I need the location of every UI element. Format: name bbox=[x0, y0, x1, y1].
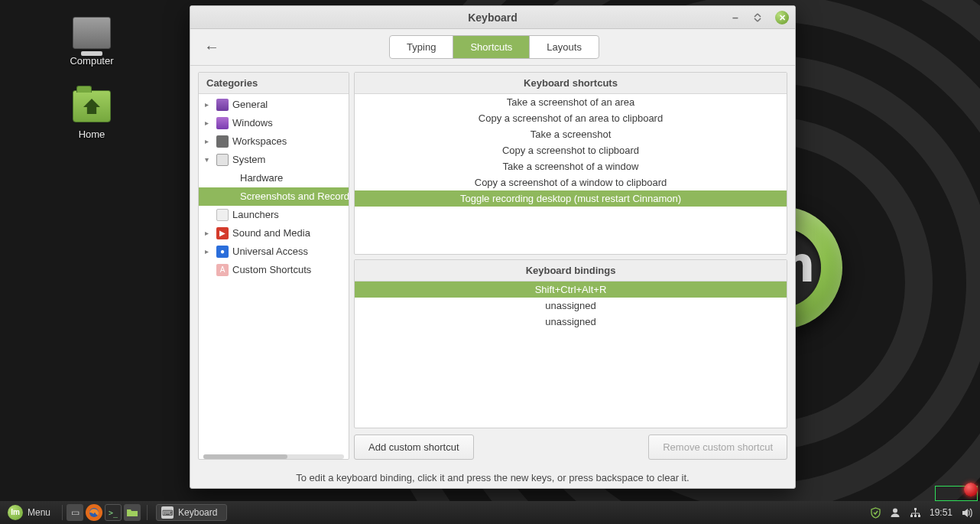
svg-point-6 bbox=[893, 508, 897, 513]
chevron-right-icon: ▸ bbox=[205, 135, 213, 148]
horizontal-scrollbar[interactable] bbox=[203, 454, 344, 459]
bindings-list[interactable]: Shift+Ctrl+Alt+R unassigned unassigned bbox=[355, 282, 787, 428]
desktop-icon-label: Computer bbox=[46, 55, 138, 67]
category-workspaces[interactable]: ▸ Workspaces bbox=[199, 132, 349, 151]
network-icon[interactable] bbox=[910, 507, 921, 519]
show-desktop-button[interactable]: ▭ bbox=[67, 504, 83, 521]
binding-row[interactable]: unassigned bbox=[355, 298, 787, 314]
user-icon[interactable] bbox=[890, 507, 901, 519]
window-titlebar[interactable]: Keyboard – ✕ bbox=[190, 6, 795, 29]
taskbar: lm Menu ▭ >_ ⌨ Keyboard 19:51 bbox=[0, 501, 980, 524]
category-label: System bbox=[232, 153, 265, 167]
tab-typing[interactable]: Typing bbox=[390, 36, 453, 58]
chevron-right-icon: ▸ bbox=[205, 245, 213, 259]
add-custom-shortcut-button[interactable]: Add custom shortcut bbox=[354, 434, 474, 460]
categories-list[interactable]: ▸ General ▸ Windows ▸ Workspaces ▾ bbox=[199, 94, 349, 454]
shortcut-row[interactable]: Toggle recording desktop (must restart C… bbox=[355, 190, 787, 207]
category-label: Hardware bbox=[240, 171, 283, 185]
svg-rect-8 bbox=[910, 515, 913, 517]
files-launcher[interactable] bbox=[124, 504, 141, 521]
tab-layouts[interactable]: Layouts bbox=[530, 36, 599, 58]
shortcut-row[interactable]: Copy a screenshot of a window to clipboa… bbox=[355, 174, 787, 190]
category-label: Launchers bbox=[232, 208, 279, 222]
bindings-header: Keyboard bindings bbox=[355, 260, 787, 282]
categories-header: Categories bbox=[199, 73, 349, 94]
category-label: Universal Access bbox=[232, 245, 308, 259]
category-icon: ● bbox=[216, 246, 229, 258]
desktop-icon-home[interactable]: Home bbox=[46, 90, 138, 140]
remove-custom-shortcut-button[interactable]: Remove custom shortcut bbox=[648, 434, 787, 460]
volume-icon[interactable] bbox=[961, 507, 972, 519]
binding-row[interactable]: unassigned bbox=[355, 314, 787, 330]
binding-row[interactable]: Shift+Ctrl+Alt+R bbox=[355, 282, 787, 298]
system-tray: 19:51 bbox=[870, 507, 975, 519]
category-label: Windows bbox=[232, 116, 273, 130]
category-icon bbox=[216, 209, 229, 221]
keyboard-icon: ⌨ bbox=[161, 506, 174, 519]
category-screenshots-recording[interactable]: Screenshots and Recording bbox=[199, 187, 349, 206]
menu-label: Menu bbox=[28, 507, 50, 518]
bindings-pane: Keyboard bindings Shift+Ctrl+Alt+R unass… bbox=[354, 259, 787, 428]
category-icon bbox=[216, 117, 229, 129]
toolbar: ← Typing Shortcuts Layouts bbox=[190, 29, 795, 66]
mint-logo-icon: lm bbox=[8, 505, 23, 520]
category-custom-shortcuts[interactable]: A Custom Shortcuts bbox=[199, 261, 349, 279]
category-sound-media[interactable]: ▸ ▶ Sound and Media bbox=[199, 224, 349, 242]
category-universal-access[interactable]: ▸ ● Universal Access bbox=[199, 242, 349, 261]
category-icon bbox=[216, 99, 229, 111]
shortcut-row[interactable]: Take a screenshot bbox=[355, 126, 787, 142]
terminal-launcher[interactable]: >_ bbox=[105, 504, 122, 521]
category-windows[interactable]: ▸ Windows bbox=[199, 114, 349, 132]
category-label: Sound and Media bbox=[232, 226, 310, 240]
shortcut-row[interactable]: Take a screenshot of an area bbox=[355, 94, 787, 110]
taskbar-separator bbox=[147, 505, 148, 520]
shortcuts-pane: Keyboard shortcuts Take a screenshot of … bbox=[354, 72, 787, 255]
home-folder-icon bbox=[73, 90, 111, 122]
chevron-right-icon: ▸ bbox=[205, 98, 213, 112]
firefox-launcher[interactable] bbox=[86, 504, 102, 521]
desktop-icon-label: Home bbox=[46, 129, 138, 140]
recording-indicator-icon bbox=[964, 483, 978, 496]
category-icon: ▶ bbox=[216, 227, 229, 239]
category-icon: A bbox=[216, 264, 229, 276]
category-label: Custom Shortcuts bbox=[232, 263, 311, 277]
taskbar-window-keyboard[interactable]: ⌨ Keyboard bbox=[156, 504, 227, 521]
svg-rect-9 bbox=[914, 515, 917, 517]
category-icon bbox=[216, 135, 229, 148]
menu-button[interactable]: lm Menu bbox=[5, 503, 58, 522]
desktop-icon-computer[interactable]: Computer bbox=[46, 17, 138, 67]
shortcut-row[interactable]: Take a screenshot of a window bbox=[355, 158, 787, 174]
tab-shortcuts[interactable]: Shortcuts bbox=[453, 36, 530, 58]
tab-bar: Typing Shortcuts Layouts bbox=[389, 35, 599, 59]
window-title: Keyboard bbox=[468, 11, 518, 24]
categories-pane: Categories ▸ General ▸ Windows ▸ Workspa… bbox=[198, 72, 349, 460]
chevron-right-icon: ▸ bbox=[205, 116, 213, 130]
svg-rect-10 bbox=[918, 515, 920, 517]
chevron-down-icon: ▾ bbox=[205, 153, 213, 167]
category-hardware[interactable]: Hardware bbox=[199, 169, 349, 187]
category-launchers[interactable]: Launchers bbox=[199, 206, 349, 224]
category-label: General bbox=[232, 98, 268, 112]
shortcut-row[interactable]: Copy a screenshot to clipboard bbox=[355, 142, 787, 158]
category-general[interactable]: ▸ General bbox=[199, 96, 349, 114]
shortcuts-list[interactable]: Take a screenshot of an area Copy a scre… bbox=[355, 94, 787, 254]
taskbar-window-label: Keyboard bbox=[178, 507, 217, 518]
svg-rect-7 bbox=[914, 508, 917, 510]
shortcut-row[interactable]: Copy a screenshot of an area to clipboar… bbox=[355, 110, 787, 126]
update-shield-icon[interactable] bbox=[870, 507, 881, 519]
category-icon bbox=[216, 154, 229, 166]
clock[interactable]: 19:51 bbox=[930, 507, 952, 518]
taskbar-separator bbox=[62, 505, 63, 520]
category-label: Screenshots and Recording bbox=[240, 190, 349, 203]
chevron-right-icon: ▸ bbox=[205, 226, 213, 240]
maximize-button[interactable] bbox=[752, 11, 764, 24]
hint-text: To edit a keyboard binding, click it and… bbox=[190, 464, 795, 488]
shortcuts-header: Keyboard shortcuts bbox=[355, 73, 787, 94]
minimize-button[interactable]: – bbox=[729, 11, 741, 24]
computer-icon bbox=[73, 17, 111, 49]
back-button[interactable]: ← bbox=[198, 35, 226, 59]
keyboard-settings-window: Keyboard – ✕ ← Typing Shortcuts Layouts … bbox=[190, 5, 796, 489]
category-system[interactable]: ▾ System bbox=[199, 151, 349, 169]
close-button[interactable]: ✕ bbox=[775, 11, 789, 24]
category-label: Workspaces bbox=[232, 135, 287, 148]
